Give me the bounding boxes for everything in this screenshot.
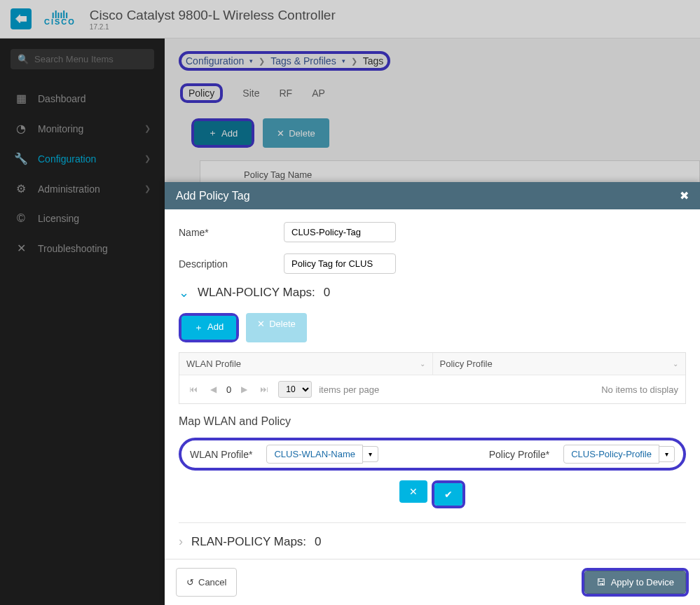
chevron-down-icon: ⌄ bbox=[420, 360, 425, 368]
policy-profile-select[interactable]: CLUS-Policy-Profile ▾ bbox=[563, 445, 675, 464]
nav-label: Configuration bbox=[38, 153, 96, 165]
column-policy-profile[interactable]: Policy Profile ⌄ bbox=[433, 353, 686, 375]
table-pager: ⏮ ◀ 0 ▶ ⏭ 10 items per page No items to … bbox=[179, 375, 685, 403]
section-count: 0 bbox=[315, 535, 321, 549]
empty-message: No items to display bbox=[601, 384, 678, 395]
modal-header: Add Policy Tag ✖ bbox=[165, 182, 700, 209]
breadcrumb-link[interactable]: Configuration bbox=[186, 55, 244, 67]
breadcrumb-link[interactable]: Tags & Profiles bbox=[270, 55, 336, 67]
wlan-policy-map-table: WLAN Profile ⌄ Policy Profile ⌄ ⏮ ◀ 0 ▶ … bbox=[179, 352, 686, 404]
breadcrumb-current: Tags bbox=[363, 55, 384, 67]
dashboard-icon: ▦ bbox=[14, 92, 28, 105]
tab-site[interactable]: Site bbox=[242, 83, 259, 103]
breadcrumb-separator: ❯ bbox=[351, 57, 357, 66]
next-page-button[interactable]: ▶ bbox=[238, 384, 250, 394]
current-page: 0 bbox=[226, 384, 231, 395]
app-header: 🡄 CISCO Cisco Catalyst 9800-L Wireless C… bbox=[0, 0, 700, 39]
wlan-profile-select[interactable]: CLUS-WLAN-Name ▾ bbox=[266, 445, 378, 464]
button-label: Add bbox=[207, 321, 224, 334]
troubleshooting-icon: ✕ bbox=[14, 242, 28, 255]
version-label: 17.2.1 bbox=[90, 23, 336, 31]
chevron-right-icon: ❯ bbox=[144, 124, 151, 133]
column-label: Policy Profile bbox=[440, 359, 493, 369]
section-label: WLAN-POLICY Maps: bbox=[198, 286, 315, 300]
description-label: Description bbox=[179, 258, 284, 270]
nav-label: Administration bbox=[38, 183, 100, 195]
wlan-profile-label: WLAN Profile* bbox=[190, 449, 252, 460]
close-icon: ✕ bbox=[257, 319, 265, 337]
nav-administration[interactable]: ⚙ Administration ❯ bbox=[0, 174, 165, 204]
apply-to-device-button[interactable]: 🖫 Apply to Device bbox=[584, 571, 686, 594]
nav-dashboard[interactable]: ▦ Dashboard bbox=[0, 83, 165, 113]
chevron-right-icon: ❯ bbox=[144, 184, 151, 193]
page-size-label: items per page bbox=[319, 384, 379, 395]
modal-title: Add Policy Tag bbox=[176, 190, 250, 202]
chevron-down-icon: ▾ bbox=[363, 446, 378, 462]
page-title: Cisco Catalyst 9800-L Wireless Controlle… bbox=[90, 8, 336, 23]
chevron-down-icon: ▾ bbox=[249, 57, 253, 64]
plus-icon: ＋ bbox=[208, 127, 217, 139]
delete-policy-tag-button[interactable]: ✕ Delete bbox=[263, 118, 329, 148]
cancel-button[interactable]: ↺ Cancel bbox=[176, 568, 237, 597]
name-field[interactable] bbox=[284, 222, 396, 242]
button-label: Add bbox=[221, 128, 238, 139]
page-size-select[interactable]: 10 bbox=[278, 381, 312, 398]
description-field[interactable] bbox=[284, 253, 396, 274]
search-icon: 🔍 bbox=[18, 54, 29, 64]
breadcrumb-separator: ❯ bbox=[259, 57, 265, 66]
breadcrumb: Configuration ▾ ❯ Tags & Profiles ▾ ❯ Ta… bbox=[179, 51, 390, 71]
tab-bar: Policy Site RF AP bbox=[179, 83, 700, 103]
search-input[interactable] bbox=[34, 54, 147, 64]
chevron-down-icon: ⌄ bbox=[673, 360, 678, 368]
column-wlan-profile[interactable]: WLAN Profile ⌄ bbox=[179, 353, 433, 375]
back-button[interactable]: 🡄 bbox=[11, 8, 32, 29]
undo-icon: ↺ bbox=[186, 577, 194, 587]
add-policy-tag-modal: Add Policy Tag ✖ Name* Description ⌄ WLA… bbox=[165, 182, 700, 605]
prev-page-button[interactable]: ◀ bbox=[207, 384, 219, 394]
column-policy-tag-name[interactable]: Policy Tag Name bbox=[244, 169, 312, 180]
first-page-button[interactable]: ⏮ bbox=[186, 384, 200, 394]
nav-label: Licensing bbox=[38, 213, 79, 224]
administration-icon: ⚙ bbox=[14, 182, 28, 195]
add-policy-tag-button[interactable]: ＋ Add bbox=[194, 121, 252, 145]
modal-footer: ↺ Cancel 🖫 Apply to Device bbox=[165, 559, 700, 605]
policy-profile-label: Policy Profile* bbox=[489, 449, 549, 460]
nav-troubleshooting[interactable]: ✕ Troubleshooting bbox=[0, 233, 165, 263]
nav-label: Monitoring bbox=[38, 123, 83, 134]
menu-search[interactable]: 🔍 bbox=[11, 49, 154, 69]
close-icon: ✕ bbox=[277, 128, 284, 139]
back-icon: 🡄 bbox=[15, 12, 27, 27]
chevron-down-icon: ▾ bbox=[659, 446, 675, 462]
chevron-down-icon: ⌄ bbox=[179, 285, 189, 300]
add-map-button[interactable]: ＋ Add bbox=[181, 316, 236, 340]
map-wlan-policy-row: WLAN Profile* CLUS-WLAN-Name ▾ Policy Pr… bbox=[179, 438, 686, 471]
close-icon[interactable]: ✖ bbox=[680, 189, 689, 202]
nav-label: Troubleshooting bbox=[38, 243, 108, 254]
tab-rf[interactable]: RF bbox=[279, 83, 292, 103]
section-count: 0 bbox=[324, 286, 330, 300]
button-label: Apply to Device bbox=[611, 577, 674, 587]
nav-configuration[interactable]: 🔧 Configuration ❯ bbox=[0, 144, 165, 174]
tab-policy[interactable]: Policy bbox=[180, 83, 223, 103]
cancel-map-button[interactable]: ✕ bbox=[399, 480, 427, 503]
button-label: Cancel bbox=[198, 577, 226, 587]
configuration-icon: 🔧 bbox=[14, 152, 28, 165]
wlan-profile-value: CLUS-WLAN-Name bbox=[266, 445, 363, 464]
last-page-button[interactable]: ⏭ bbox=[257, 384, 271, 394]
policy-profile-value: CLUS-Policy-Profile bbox=[563, 445, 659, 464]
name-label: Name* bbox=[179, 227, 284, 238]
button-label: Delete bbox=[289, 128, 315, 139]
chevron-down-icon: ▾ bbox=[342, 57, 345, 64]
rlan-policy-maps-section[interactable]: › RLAN-POLICY Maps: 0 bbox=[179, 534, 686, 549]
check-icon: ✔ bbox=[444, 489, 453, 500]
wlan-policy-maps-section[interactable]: ⌄ WLAN-POLICY Maps: 0 bbox=[179, 285, 686, 300]
licensing-icon: © bbox=[14, 212, 28, 225]
chevron-right-icon: ❯ bbox=[144, 154, 151, 163]
nav-monitoring[interactable]: ◔ Monitoring ❯ bbox=[0, 113, 165, 144]
tab-ap[interactable]: AP bbox=[312, 83, 325, 103]
nav-label: Dashboard bbox=[38, 93, 86, 104]
delete-map-button[interactable]: ✕ Delete bbox=[246, 313, 307, 342]
nav-licensing[interactable]: © Licensing bbox=[0, 204, 165, 233]
close-icon: ✕ bbox=[409, 486, 418, 497]
confirm-map-button[interactable]: ✔ bbox=[434, 483, 462, 506]
